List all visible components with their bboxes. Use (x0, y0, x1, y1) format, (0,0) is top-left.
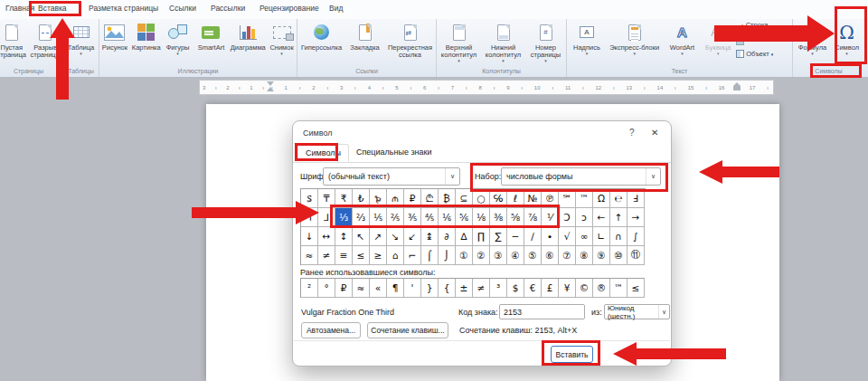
close-icon[interactable]: ✕ (651, 128, 658, 138)
cross-reference-button[interactable]: ⇄ Перекрестная ссылка (385, 21, 436, 59)
chart-button[interactable]: Диаграмма (229, 21, 267, 52)
from-select[interactable]: Юникод (шестн.) ∨ (604, 304, 670, 319)
wordart-button[interactable]: A WordArt ▾ (663, 21, 703, 56)
symbol-cell[interactable]: ∆ (456, 227, 473, 246)
symbol-cell[interactable]: ≤ (353, 246, 370, 265)
recent-symbol-cell[interactable]: ° (318, 279, 335, 298)
symbol-cell[interactable]: ↖ (353, 227, 370, 246)
recent-symbol-cell[interactable]: « (370, 279, 387, 298)
dialog-tab-special-chars[interactable]: Специальные знаки (349, 144, 439, 162)
symbol-cell[interactable]: ← (593, 208, 610, 227)
symbol-cell[interactable]: ↨ (421, 227, 439, 246)
symbol-cell[interactable]: ≥ (370, 246, 387, 265)
symbol-cell[interactable]: ⌂ (387, 246, 404, 265)
symbol-cell[interactable]: ⑩ (610, 246, 627, 265)
symbol-cell[interactable]: ∩ (610, 227, 627, 246)
header-button[interactable]: Верхний колонтитул ▾ (438, 21, 481, 63)
quick-parts-button[interactable]: Экспресс-блоки ▾ (607, 21, 663, 56)
symbol-cell[interactable]: ⑪ (627, 246, 645, 265)
recent-symbol-cell[interactable]: ≈ (353, 279, 370, 298)
symbol-cell[interactable]: ∂ (439, 227, 456, 246)
recent-symbol-cell[interactable]: ≤ (627, 279, 645, 298)
symbol-cell[interactable]: ↕ (335, 227, 353, 246)
tab-layout[interactable]: Разметка страницы (89, 4, 158, 13)
screenshot-button[interactable]: Снимок ▾ (267, 21, 297, 56)
recent-symbol-cell[interactable]: € (524, 279, 542, 298)
symbol-cell[interactable]: ⑦ (559, 246, 576, 265)
hyperlink-button[interactable]: Гиперссылка (298, 21, 345, 52)
tab-view[interactable]: Вид (329, 4, 343, 13)
bookmark-button[interactable]: Закладка (345, 21, 385, 52)
recent-symbol-cell[interactable]: ³ (490, 279, 507, 298)
symbol-cell[interactable]: ∑ (490, 227, 507, 246)
symbol-cell[interactable]: ℮ (610, 189, 627, 208)
symbol-cell[interactable]: ∞ (576, 227, 593, 246)
symbol-cell[interactable]: ™ (576, 189, 593, 208)
recent-symbol-cell[interactable]: ± (456, 279, 473, 298)
symbol-cell[interactable]: ⌐ (404, 246, 421, 265)
symbol-cell[interactable]: ↄ (576, 208, 593, 227)
recent-symbol-cell[interactable]: ¶ (387, 279, 404, 298)
recent-symbol-cell[interactable]: { (439, 279, 456, 298)
symbol-cell[interactable]: ⑥ (542, 246, 559, 265)
symbol-cell[interactable]: ⑤ (524, 246, 542, 265)
recent-symbol-cell[interactable]: ™ (610, 279, 627, 298)
smartart-button[interactable]: SmartArt (193, 21, 230, 52)
symbol-cell[interactable]: ∙ (542, 227, 559, 246)
picture-button[interactable]: Рисунок (99, 21, 130, 52)
autocorrect-button[interactable]: Автозамена... (301, 322, 361, 338)
recent-symbol-cell[interactable]: ₽ (335, 279, 353, 298)
recent-symbol-cell[interactable]: ² (301, 279, 318, 298)
symbol-cell[interactable]: ② (473, 246, 490, 265)
right-indent-marker[interactable] (733, 82, 741, 93)
symbol-cell[interactable]: ↘ (387, 227, 404, 246)
symbol-cell[interactable]: ⑨ (593, 246, 610, 265)
help-icon[interactable]: ? (629, 128, 635, 138)
shapes-button[interactable]: Фигуры ▾ (163, 21, 193, 56)
shortcut-key-button[interactable]: Сочетание клавиш... (367, 322, 448, 338)
symbol-cell[interactable]: ⌠ (421, 246, 439, 265)
clipart-button[interactable]: Картинка (130, 21, 163, 52)
recent-symbol-cell[interactable]: $ (507, 279, 524, 298)
tab-review[interactable]: Рецензирование (259, 4, 319, 13)
recent-symbol-cell[interactable]: ' (404, 279, 421, 298)
blank-page-button[interactable]: Пустая страница (0, 21, 29, 59)
char-code-input[interactable]: 2153 (499, 304, 585, 319)
symbol-cell[interactable]: ↓ (301, 227, 318, 246)
symbol-cell[interactable]: ↙ (404, 227, 421, 246)
symbol-cell[interactable]: Ω (593, 189, 610, 208)
symbol-cell[interactable]: ∏ (473, 227, 490, 246)
symbol-cell[interactable]: Ↄ (559, 208, 576, 227)
text-box-button[interactable]: A Надпись ▾ (567, 21, 607, 56)
font-select[interactable]: (обычный текст) ∨ (323, 167, 460, 186)
symbol-cell[interactable]: → (627, 208, 645, 227)
recent-symbol-cell[interactable]: © (576, 279, 593, 298)
symbol-cell[interactable]: √ (559, 227, 576, 246)
symbol-cell[interactable]: ∕ (524, 227, 542, 246)
indent-marker[interactable] (267, 81, 274, 94)
recent-symbol-cell[interactable]: ® (593, 279, 610, 298)
tab-references[interactable]: Ссылки (169, 4, 196, 13)
symbol-cell[interactable]: ≡ (335, 246, 353, 265)
symbol-cell[interactable]: ↑ (610, 208, 627, 227)
symbol-cell[interactable]: Ⅎ (627, 189, 645, 208)
footer-button[interactable]: Нижний колонтитул ▾ (481, 21, 526, 63)
symbol-cell[interactable]: ∟ (593, 227, 610, 246)
symbol-cell[interactable]: − (507, 227, 524, 246)
symbol-cell[interactable]: ↗ (370, 227, 387, 246)
symbol-cell[interactable]: ⌡ (439, 246, 456, 265)
symbol-cell[interactable]: ≠ (318, 246, 335, 265)
symbol-cell[interactable]: ④ (507, 246, 524, 265)
recent-symbol-cell[interactable]: £ (542, 279, 559, 298)
recent-symbol-cell[interactable]: ¥ (559, 279, 576, 298)
recent-symbol-cell[interactable]: } (421, 279, 439, 298)
symbol-cell[interactable]: ⑧ (576, 246, 593, 265)
symbol-cell[interactable]: ≈ (301, 246, 318, 265)
symbol-cell[interactable]: ℠ (559, 189, 576, 208)
symbol-cell[interactable]: ③ (490, 246, 507, 265)
symbol-cell[interactable]: ① (456, 246, 473, 265)
recent-symbol-cell[interactable]: ≠ (473, 279, 490, 298)
symbol-cell[interactable]: ∫ (627, 227, 645, 246)
page-number-button[interactable]: # Номер страницы ▾ (526, 21, 566, 63)
tab-mailings[interactable]: Рассылки (211, 4, 245, 13)
